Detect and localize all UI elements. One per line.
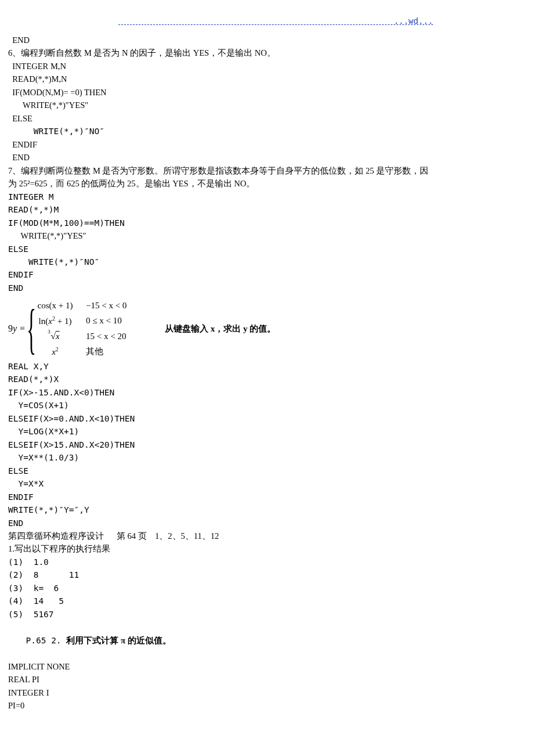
prompt-text: 从键盘输入: [165, 324, 211, 333]
result-line: (4) 14 5: [8, 595, 526, 607]
code-line: ENDIF: [8, 138, 526, 151]
code-line: REAL X,Y: [8, 360, 526, 373]
code-line: READ(*,*)M: [8, 203, 526, 216]
case-expr: 3 √x: [35, 329, 75, 344]
code-line: INTEGER I: [8, 686, 526, 699]
code-line: END: [8, 151, 526, 164]
document-page: ...wd... END 6、编程判断自然数 M 是否为 N 的因子，是输出 Y…: [0, 0, 534, 724]
code-line: ENDIF: [8, 268, 526, 281]
code-line: INTEGER M: [8, 190, 526, 203]
code-line: IF(X>-15.AND.X<0)THEN: [8, 386, 526, 399]
code-line: PI=0: [8, 699, 526, 712]
code-line: WRITE(*,*)″NO″: [8, 255, 526, 268]
q9-number: 9: [8, 322, 13, 336]
q6-title: 6、编程判断自然数 M 是否为 N 的因子，是输出 YES，不是输出 NO。: [8, 46, 526, 59]
prompt-text: 的值。: [247, 324, 276, 333]
code-line: REAL PI: [8, 673, 526, 686]
code-line: ELSE: [8, 465, 526, 477]
q7-title-line1: 7、编程判断两位整数 M 是否为守形数。所谓守形数是指该数本身等于自身平方的低位…: [8, 164, 526, 177]
p65-bold-title: 利用下式计算 π 的近似值。: [66, 636, 171, 645]
q9-y-equals: y =: [13, 322, 26, 336]
p65-q2-title: P.65 2. 利用下式计算 π 的近似值。: [8, 621, 526, 660]
case-expr: x2: [35, 345, 75, 359]
q9-prompt: 从键盘输入 x，求出 y 的值。: [165, 322, 276, 336]
root-index: 3: [48, 328, 50, 336]
result-line: (1) 1.0: [8, 556, 526, 568]
code-line: END: [8, 282, 526, 294]
case-expr: ln(x2 + 1): [35, 314, 75, 328]
case-expr: cos(x + 1): [35, 299, 75, 312]
left-brace-icon: {: [27, 304, 36, 354]
code-line: ELSE: [8, 243, 526, 255]
result-line: (5) 5167: [8, 608, 526, 621]
code-line: END: [8, 517, 526, 530]
document-body: END 6、编程判断自然数 M 是否为 N 的因子，是输出 YES，不是输出 N…: [8, 34, 526, 712]
code-line: ELSEIF(X>=0.AND.X<10)THEN: [8, 412, 526, 425]
page-header: ...wd...: [8, 16, 526, 30]
code-line: WRITE(*,*)″YES″: [8, 229, 526, 242]
case-cond: 0 ≤ x < 10: [86, 314, 144, 327]
result-line: (2) 8 11: [8, 568, 526, 581]
root-arg: x: [56, 332, 60, 341]
code-line: END: [8, 34, 526, 46]
code-line: Y=X**(1.0/3): [8, 451, 526, 464]
code-line: ELSEIF(X>15.AND.X<20)THEN: [8, 438, 526, 451]
code-line: ELSE: [8, 112, 526, 125]
code-line: Y=COS(X+1): [8, 399, 526, 412]
piecewise-lhs: 9 y = { cos(x + 1) −15 < x < 0 ln(x2 + 1…: [8, 299, 144, 359]
prompt-text: ，求出: [215, 324, 243, 333]
chapter4-title: 第四章循环构造程序设计 第 64 页 1、2、5、11、12: [8, 530, 526, 542]
code-line: Y=X*X: [8, 477, 526, 490]
code-line: IMPLICIT NONE: [8, 660, 526, 673]
ch4-q1: 1.写出以下程序的执行结果: [8, 542, 526, 555]
case1-expr: cos(x + 1): [38, 301, 73, 310]
header-dashed-line: [118, 24, 433, 25]
q7-title-line2: 为 25²=625，而 625 的低两位为 25。是输出 YES，不是输出 NO…: [8, 177, 526, 190]
result-line: (3) k= 6: [8, 582, 526, 595]
code-line: Y=LOG(X*X+1): [8, 425, 526, 438]
code-line: WRITE(*,*)″YES″: [8, 99, 526, 111]
code-line: READ(*,*)X: [8, 373, 526, 386]
code-line: WRITE(*,*)″Y=″,Y: [8, 503, 526, 516]
code-line: IF(MOD(N,M)= =0) THEN: [8, 86, 526, 99]
case-cond: 15 < x < 20: [86, 330, 144, 343]
piecewise-cases: cos(x + 1) −15 < x < 0 ln(x2 + 1) 0 ≤ x …: [35, 299, 144, 359]
p65-label: P.65 2.: [21, 636, 67, 645]
code-line: READ(*,*)M,N: [8, 73, 526, 85]
code-line: INTEGER M,N: [8, 60, 526, 73]
case-cond: −15 < x < 0: [86, 299, 144, 312]
cube-root-icon: 3 √x: [50, 329, 59, 344]
code-line: IF(MOD(M*M,100)==M)THEN: [8, 217, 526, 229]
case-cond: 其他: [86, 345, 144, 358]
code-line: WRITE(*,*)″NO″: [8, 125, 526, 138]
code-line: ENDIF: [8, 491, 526, 503]
q9-piecewise-function: 9 y = { cos(x + 1) −15 < x < 0 ln(x2 + 1…: [8, 299, 526, 359]
wd-marker: ...wd...: [394, 15, 433, 28]
